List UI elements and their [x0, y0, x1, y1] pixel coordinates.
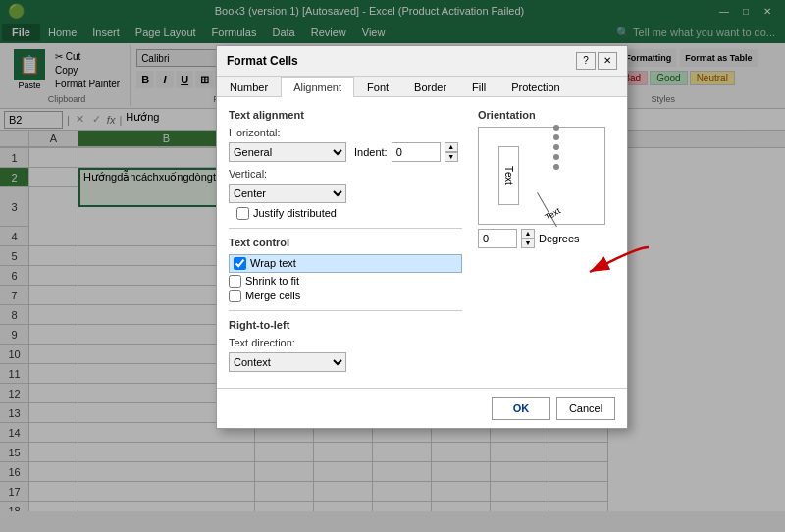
horizontal-label: Horizontal:: [229, 127, 297, 138]
justify-distributed-label: Justify distributed: [253, 207, 337, 219]
vertical-select[interactable]: Center: [229, 184, 346, 203]
format-cells-dialog: Format Cells ? ✕ Number Alignment Font B…: [216, 45, 628, 429]
merge-cells-label: Merge cells: [245, 290, 300, 301]
tab-alignment[interactable]: Alignment: [281, 77, 354, 97]
indent-input[interactable]: [392, 142, 441, 162]
tab-border[interactable]: Border: [401, 77, 459, 97]
degrees-up-btn[interactable]: ▲: [521, 229, 535, 239]
tab-protection[interactable]: Protection: [498, 77, 573, 97]
dialog-title-bar: Format Cells ? ✕: [217, 46, 627, 77]
indent-up-btn[interactable]: ▲: [445, 142, 458, 152]
dialog-close-btn[interactable]: ✕: [598, 52, 617, 70]
vertical-label: Vertical:: [229, 168, 297, 180]
justify-distributed-checkbox[interactable]: [236, 207, 249, 220]
tab-font[interactable]: Font: [354, 77, 401, 97]
text-direction-label: Text direction:: [229, 337, 297, 348]
horizontal-select[interactable]: General: [229, 142, 346, 162]
cancel-btn[interactable]: Cancel: [556, 397, 615, 420]
tab-number[interactable]: Number: [217, 77, 281, 97]
wrap-text-checkbox[interactable]: [234, 257, 246, 270]
degrees-label: Degrees: [539, 233, 580, 244]
indent-down-btn[interactable]: ▼: [445, 152, 458, 162]
orient-vertical[interactable]: Text: [498, 146, 519, 205]
dialog-help-btn[interactable]: ?: [576, 52, 596, 70]
degrees-input[interactable]: [478, 229, 517, 248]
dialog-tabs: Number Alignment Font Border Fill Protec…: [217, 77, 627, 97]
dialog-content: Text alignment Horizontal: General Inden…: [217, 97, 627, 388]
right-to-left-section-label: Right-to-left: [229, 319, 462, 331]
orient-dot-4[interactable]: [553, 154, 559, 160]
orient-dot-5[interactable]: [553, 164, 559, 170]
divider-1: [229, 228, 462, 229]
orient-dot-1[interactable]: [553, 125, 559, 131]
orient-dot-3[interactable]: [553, 144, 559, 150]
shrink-to-fit-checkbox[interactable]: [229, 275, 241, 288]
ok-btn[interactable]: OK: [492, 397, 550, 420]
dialog-footer: OK Cancel: [217, 388, 627, 428]
text-control-section-label: Text control: [229, 237, 462, 248]
text-direction-select[interactable]: Context: [229, 352, 346, 372]
wrap-text-label: Wrap text: [250, 257, 296, 269]
dialog-title-text: Format Cells: [227, 54, 298, 68]
shrink-to-fit-label: Shrink to fit: [245, 275, 299, 287]
orient-dot-2[interactable]: [553, 134, 559, 140]
modal-overlay: Format Cells ? ✕ Number Alignment Font B…: [0, 0, 785, 532]
indent-label: Indent:: [354, 146, 388, 158]
degrees-down-btn[interactable]: ▼: [521, 239, 535, 248]
orientation-label: Orientation: [478, 109, 615, 121]
text-alignment-section-label: Text alignment: [229, 109, 462, 121]
orientation-box: Text Text: [478, 127, 605, 225]
tab-fill[interactable]: Fill: [459, 77, 498, 97]
merge-cells-checkbox[interactable]: [229, 290, 241, 302]
divider-2: [229, 310, 462, 311]
